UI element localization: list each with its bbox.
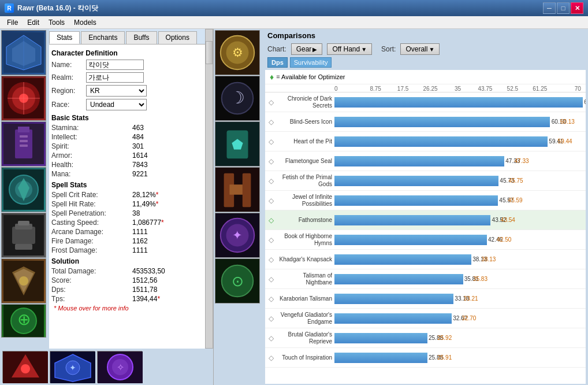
item-slot-4[interactable] [1,213,46,258]
stat-label: Frost Damage: [51,246,132,254]
svg-rect-53 [243,173,251,207]
bottom-slot-1[interactable]: ✦ [50,351,95,383]
overall-button[interactable]: Overall ▼ [400,43,440,55]
right-slot-3[interactable] [215,167,260,212]
solution-title: Solution [51,257,203,265]
scrollbar-thumb[interactable] [206,41,213,64]
stat-row: Spell Penetration: 38 [51,209,203,218]
bottom-slot-0[interactable] [2,351,47,383]
chart-bar-2 [334,136,548,147]
item-slot-0[interactable] [1,30,46,75]
chart-item-row[interactable]: ◇ Jewel of Infinite Possibilities 45.57 … [265,191,586,210]
stat-row: Spell Hit Rate: 11,49% * [51,199,203,209]
chart-item-row[interactable]: ◇ Vengeful Gladiator's Endgame 32.67 32.… [265,309,586,328]
item-slot-6[interactable]: ⊕ [1,304,46,338]
stat-row: Stamina: 463 [51,123,203,132]
right-slot-2[interactable]: ⬟ [215,121,260,166]
stats-content[interactable]: Character Definition Name: Realm: Region… [49,45,205,349]
chart-item-row[interactable]: ◇ Heart of the Pit 59.41 59.44 [265,132,586,151]
dps-button[interactable]: Dps [267,57,288,68]
chart-diamond-13: ◇ [265,354,277,362]
comparison-toolbar: Chart: Gear ▶ Off Hand ▼ Sort: Overall ▼ [263,42,588,56]
stat-label: Spell Penetration: [51,209,132,217]
chart-body[interactable]: ◇ Chronicle of Dark Secrets 69.20 69.22 … [265,92,586,384]
chart-diamond-0: ◇ [265,98,277,106]
chart-container: ♦ = Available for Optimizer 0 8.75 17.5 … [265,70,586,384]
bottom-slot-2[interactable]: ✧ [97,351,142,383]
chart-item-row[interactable]: ◇ Book of Highborne Hymns 42.46 42.50 [265,230,586,250]
right-slot-4[interactable]: ✦ [215,213,260,258]
offhand-button[interactable]: Off Hand ▼ [327,43,372,55]
chart-item-row[interactable]: ◇ Karaborian Talisman 33.18 33.21 [265,289,586,309]
scale-0: 0 [334,86,362,92]
chart-item-row[interactable]: ◇ Fathomstone 43.52 43.54 [265,210,586,230]
stat-star: * [161,219,164,227]
chart-item-name-3: Flametongue Seal [277,158,334,165]
menu-models[interactable]: Models [69,17,101,28]
chart-bar-4 [334,176,498,186]
tab-stats[interactable]: Stats [49,31,80,44]
minimize-button[interactable]: ─ [543,2,556,14]
stat-value: 28,12% [132,191,156,199]
stat-label: Casting Speed: [51,219,132,227]
stat-value: 1111 [132,246,148,254]
maximize-button[interactable]: □ [557,2,570,14]
menu-edit[interactable]: Edit [23,17,44,28]
legend-diamond: ♦ [270,72,274,82]
chart-diamond-3: ◇ [265,157,277,165]
chart-item-row[interactable]: ◇ Flametongue Seal 47.33 47.33 [265,151,586,171]
scale-6: 52.5 [499,86,526,92]
survivability-button[interactable]: Survivability [290,57,332,68]
bottom-items: ✦ ✧ [0,349,213,385]
stat-star: * [157,295,160,303]
chart-item-row[interactable]: ◇ Blind-Seers Icon 60.10 60.13 [265,112,586,132]
gear-button[interactable]: Gear ▶ [291,43,323,55]
realm-label: Realm: [51,73,86,82]
tab-options[interactable]: Options [158,31,197,44]
chart-item-row[interactable]: ◇ Chronicle of Dark Secrets 69.20 69.22 [265,92,586,112]
svg-rect-13 [20,135,28,138]
item-slot-2[interactable] [1,121,46,166]
chart-item-name-0: Chronicle of Dark Secrets [277,95,334,109]
stat-star: * [156,200,159,208]
stat-label: Arcane Damage: [51,228,132,236]
item-slot-3[interactable] [1,167,46,212]
chart-item-row[interactable]: ◇ Khadgar's Knapsack 38.13 38.13 [265,250,586,269]
tab-enchants[interactable]: Enchants [81,31,125,44]
menu-file[interactable]: File [2,17,23,28]
right-slot-0[interactable]: ⚙ [215,30,260,75]
name-input[interactable] [86,60,144,70]
stat-row: Casting Speed: 1,086777 * [51,218,203,227]
chart-bar-12 [334,333,427,343]
chart-bar-area-7: 42.46 42.50 [334,234,586,246]
svg-rect-11 [15,129,32,158]
stat-value: 38 [132,209,140,217]
chart-diamond-5: ◇ [265,197,277,205]
chart-diamond-9: ◇ [265,275,277,283]
chart-bar-1 [334,117,550,127]
right-slot-1[interactable]: ☽ [215,76,260,121]
realm-input[interactable] [86,72,144,83]
comparisons-title: Comparisons [263,29,588,42]
chart-item-row[interactable]: ◇ Touch of Inspiration 25.88 25.91 [265,348,586,368]
chart-item-row[interactable]: ◇ Brutal Gladiator's Reprieve 25.88 25.9… [265,328,586,348]
region-select[interactable]: KR [86,85,147,97]
char-def-title: Character Definition [51,49,203,57]
chart-item-row[interactable]: ◇ Talisman of Nightbane 35.81 35.83 [265,269,586,289]
stat-value: 9221 [132,170,148,178]
chart-bar-value2-10: 33.21 [464,295,478,302]
race-select[interactable]: Undead Human Orc [86,99,147,110]
stat-label: Stamina: [51,124,132,132]
app-icon: R [5,3,14,13]
chart-diamond-2: ◇ [265,138,277,146]
svg-rect-15 [20,145,28,147]
chart-bar-8 [334,254,471,265]
right-slot-5[interactable]: ⊙ [215,258,260,303]
close-button[interactable]: ✕ [571,2,583,14]
chart-item-row[interactable]: ◇ Fetish of the Primal Gods 45.73 45.75 [265,171,586,191]
tab-buffs[interactable]: Buffs [126,31,157,44]
item-slot-5[interactable] [1,258,46,303]
item-slot-1[interactable] [1,76,46,121]
stats-scrollbar[interactable] [205,29,213,349]
menu-tools[interactable]: Tools [44,17,69,28]
